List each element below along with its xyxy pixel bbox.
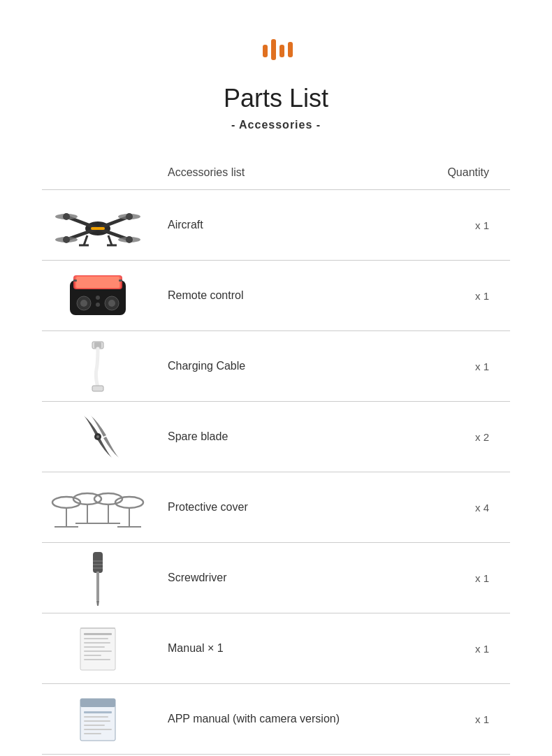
manual-qty: x 1 — [454, 643, 510, 655]
svg-point-29 — [108, 300, 115, 307]
table-header: Accessories list Quantity — [42, 159, 510, 186]
svg-rect-63 — [84, 655, 101, 656]
remote-name: Remote control — [154, 289, 454, 302]
col-header-quantity: Quantity — [447, 166, 489, 179]
svg-point-14 — [126, 213, 133, 220]
table-row: Protective cover x 4 — [42, 472, 510, 543]
logo-area — [42, 35, 510, 63]
svg-point-30 — [96, 296, 100, 300]
svg-rect-32 — [73, 279, 77, 282]
table-row: Remote control x 1 — [42, 261, 510, 331]
aircraft-image — [42, 197, 154, 253]
svg-rect-0 — [263, 45, 268, 57]
svg-rect-59 — [84, 638, 108, 639]
table-row: Spare blade x 2 — [42, 402, 510, 472]
appmanual-qty: x 1 — [454, 713, 510, 725]
table-row: Screwdriver x 1 — [42, 543, 510, 613]
svg-rect-72 — [84, 729, 112, 730]
svg-rect-25 — [76, 277, 119, 288]
svg-rect-33 — [119, 279, 122, 282]
table-row: Charging Cable x 1 — [42, 331, 510, 402]
remote-qty: x 1 — [454, 290, 510, 302]
cable-qty: x 1 — [454, 361, 510, 372]
svg-point-13 — [63, 213, 70, 220]
cable-name: Charging Cable — [154, 360, 454, 372]
parts-list: Aircraft x 1 — [42, 190, 510, 755]
page-container: Parts List - Accessories - Accessories l… — [0, 0, 552, 756]
remote-image — [42, 268, 154, 324]
svg-rect-1 — [271, 39, 276, 60]
sub-title: - Accessories - — [42, 119, 510, 131]
svg-rect-52 — [96, 572, 99, 601]
svg-marker-53 — [96, 601, 99, 606]
screwdriver-qty: x 1 — [454, 572, 510, 584]
svg-rect-68 — [84, 711, 112, 713]
manual-image — [42, 620, 154, 676]
aircraft-qty: x 1 — [454, 219, 510, 231]
svg-rect-61 — [84, 646, 105, 648]
svg-rect-70 — [84, 720, 110, 722]
appmanual-name: APP manual (with camera version) — [154, 713, 454, 725]
svg-line-19 — [108, 235, 112, 245]
svg-rect-64 — [84, 659, 110, 660]
table-row: Manual × 1 x 1 — [42, 613, 510, 684]
svg-rect-67 — [80, 699, 115, 707]
sound-wave-icon — [259, 35, 293, 63]
title-section: Parts List - Accessories - — [42, 84, 510, 131]
cable-image — [42, 338, 154, 394]
blade-name: Spare blade — [154, 430, 454, 443]
svg-point-15 — [63, 236, 70, 243]
svg-rect-69 — [84, 716, 108, 718]
svg-point-38 — [96, 435, 99, 438]
svg-point-16 — [126, 236, 133, 243]
svg-rect-62 — [84, 650, 112, 652]
svg-rect-58 — [84, 633, 112, 635]
appmanual-image — [42, 691, 154, 747]
svg-rect-36 — [92, 386, 103, 391]
svg-rect-73 — [84, 733, 101, 734]
screwdriver-name: Screwdriver — [154, 572, 454, 584]
svg-rect-3 — [288, 42, 293, 57]
svg-rect-60 — [84, 642, 110, 644]
table-row: Aircraft x 1 — [42, 190, 510, 261]
blade-qty: x 2 — [454, 431, 510, 443]
table-row: APP manual (with camera version) x 1 — [42, 684, 510, 755]
svg-point-31 — [96, 303, 100, 307]
svg-rect-17 — [91, 227, 105, 230]
blade-image — [42, 409, 154, 465]
screwdriver-image — [42, 550, 154, 606]
main-title: Parts List — [42, 84, 510, 113]
svg-rect-51 — [93, 552, 103, 573]
col-header-accessories: Accessories list — [168, 166, 245, 179]
svg-rect-2 — [279, 45, 284, 57]
svg-rect-71 — [84, 725, 105, 726]
manual-name: Manual × 1 — [154, 642, 454, 655]
svg-point-27 — [80, 300, 87, 307]
cover-qty: x 4 — [454, 502, 510, 514]
cover-image — [42, 479, 154, 535]
cover-name: Protective cover — [154, 501, 454, 514]
aircraft-name: Aircraft — [154, 219, 454, 231]
svg-line-18 — [84, 235, 87, 245]
